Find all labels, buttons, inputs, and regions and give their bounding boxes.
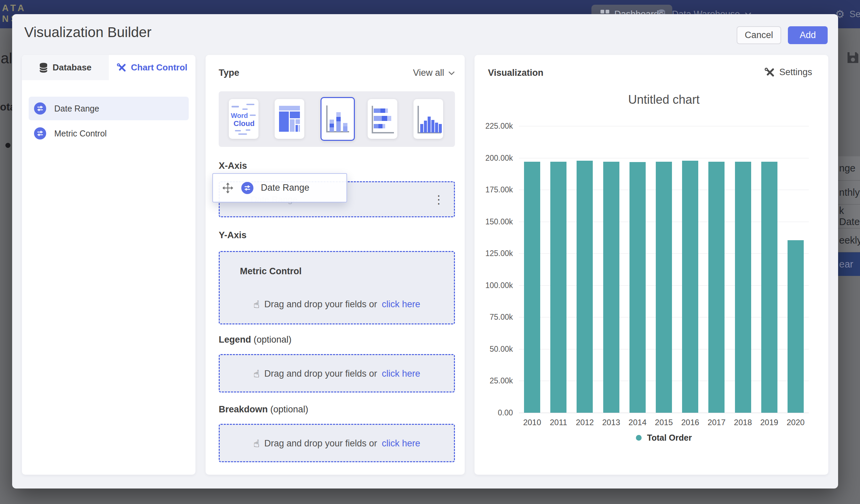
bar-2013[interactable] bbox=[603, 162, 619, 413]
tap-hand-icon: ☝ bbox=[254, 438, 259, 449]
y-axis-tick-label: 100.00k bbox=[485, 280, 513, 290]
chart-legend: Total Order bbox=[519, 433, 809, 443]
type-heading: Type bbox=[219, 68, 239, 78]
click-here-link[interactable]: click here bbox=[382, 299, 420, 309]
breakdown-heading: Breakdown (optional) bbox=[219, 404, 309, 415]
kebab-menu-icon[interactable]: ⋮ bbox=[433, 194, 444, 205]
bar-2015[interactable] bbox=[656, 162, 672, 413]
x-axis-dropzone[interactable]: Date Range ⋮ Date Range bbox=[219, 181, 455, 217]
type-card-histogram[interactable] bbox=[414, 99, 443, 139]
breakdown-dropzone[interactable]: ☝ Drag and drop your fields or click her… bbox=[219, 424, 455, 462]
bar-2019[interactable] bbox=[761, 162, 777, 413]
control-icon bbox=[34, 102, 46, 115]
nav-settings-label: Settings bbox=[849, 9, 860, 19]
move-icon bbox=[222, 182, 234, 194]
view-all-label: View all bbox=[413, 68, 444, 78]
brand-line1: ATA bbox=[2, 3, 51, 13]
dragged-field-date-range[interactable]: Date Range bbox=[212, 173, 347, 202]
chart-title: Untitled chart bbox=[519, 93, 809, 107]
visualization-builder-modal: Visualization Builder Cancel Add Databas… bbox=[12, 14, 838, 489]
y-axis-tick-label: 50.00k bbox=[490, 344, 513, 354]
click-here-link[interactable]: click here bbox=[382, 369, 420, 379]
y-axis-tick-label: 0.00 bbox=[498, 408, 513, 417]
field-item-metric-control[interactable]: Metric Control bbox=[29, 121, 189, 145]
y-axis-tick-label: 25.00k bbox=[490, 376, 513, 385]
fields-panel: Database Chart Control Date bbox=[22, 55, 196, 475]
field-item-label: Metric Control bbox=[54, 129, 107, 139]
drop-hint: ☝ Drag and drop your fields or click her… bbox=[220, 368, 454, 380]
dragged-field-label: Date Range bbox=[261, 183, 309, 193]
tab-database-label: Database bbox=[53, 62, 92, 73]
bar-2011[interactable] bbox=[550, 162, 567, 413]
y-axis-tick-label: 150.00k bbox=[485, 217, 513, 226]
type-card-word-cloud[interactable]: Word Cloud bbox=[229, 99, 258, 139]
background-bullet bbox=[5, 143, 11, 148]
tap-hand-icon: ☝ bbox=[254, 368, 259, 380]
bar-2012[interactable] bbox=[577, 161, 593, 413]
chart-settings-button[interactable]: Settings bbox=[764, 67, 812, 77]
legend-marker bbox=[636, 435, 642, 441]
legend-heading: Legend (optional) bbox=[219, 334, 291, 345]
visualization-panel: Visualization Settings Untitled chart 22… bbox=[474, 55, 828, 475]
tap-hand-icon: ☝ bbox=[254, 299, 259, 310]
x-axis-tick-label: 2016 bbox=[677, 418, 703, 427]
drop-hint: ☝ Drag and drop your fields or click her… bbox=[220, 438, 454, 449]
nav-settings[interactable]: ⚙ Settings bbox=[835, 5, 860, 24]
y-axis-dropzone[interactable]: Metric Control ☝ Drag and drop your fiel… bbox=[219, 251, 455, 325]
tab-database[interactable]: Database bbox=[22, 55, 109, 80]
tools-icon bbox=[764, 67, 774, 77]
type-card-treemap[interactable] bbox=[275, 99, 304, 139]
y-axis-tick-label: 200.00k bbox=[485, 153, 513, 162]
view-all-dropdown[interactable]: View all bbox=[413, 68, 455, 78]
gridline bbox=[519, 158, 809, 158]
bar-2017[interactable] bbox=[708, 162, 725, 413]
tools-icon bbox=[117, 63, 126, 72]
bar-2016[interactable] bbox=[682, 161, 698, 413]
bar-2010[interactable] bbox=[524, 162, 540, 413]
bar-2014[interactable] bbox=[630, 162, 646, 413]
builder-panel: Type View all Word Cloud bbox=[205, 55, 465, 475]
x-axis-heading: X-Axis bbox=[219, 161, 247, 171]
drop-hint-text: Drag and drop your fields or bbox=[264, 299, 377, 309]
legend-label: Total Order bbox=[647, 433, 692, 443]
type-card-stacked-bar[interactable] bbox=[368, 99, 397, 139]
bar-chart-plot: 225.00k200.00k175.00k150.00k125.00k100.0… bbox=[519, 126, 809, 413]
chevron-down-icon bbox=[448, 71, 455, 75]
type-card-stacked-column[interactable] bbox=[320, 97, 355, 141]
x-axis-tick-label: 2011 bbox=[545, 418, 572, 427]
field-item-label: Date Range bbox=[54, 104, 99, 114]
y-axis-tick-label: 175.00k bbox=[485, 185, 513, 195]
database-icon bbox=[39, 63, 48, 73]
bar-2018[interactable] bbox=[735, 162, 751, 413]
fields-tabs: Database Chart Control bbox=[22, 55, 196, 80]
x-axis-tick-label: 2020 bbox=[783, 418, 809, 427]
chart-type-strip: Word Cloud bbox=[219, 91, 455, 147]
click-here-link[interactable]: click here bbox=[382, 438, 420, 449]
drop-hint-text: Drag and drop your fields or bbox=[264, 369, 377, 379]
x-axis-tick-label: 2019 bbox=[756, 418, 783, 427]
control-icon bbox=[241, 182, 254, 194]
bar-2020[interactable] bbox=[788, 240, 804, 413]
add-button[interactable]: Add bbox=[788, 26, 828, 44]
field-item-date-range[interactable]: Date Range bbox=[29, 97, 189, 120]
y-axis-tick-label: 125.00k bbox=[485, 249, 513, 258]
cancel-button[interactable]: Cancel bbox=[737, 26, 781, 44]
x-axis-tick-label: 2017 bbox=[703, 418, 730, 427]
gridline bbox=[519, 413, 809, 413]
control-icon bbox=[34, 127, 46, 140]
y-axis-heading: Y-Axis bbox=[219, 230, 247, 241]
word-cloud-word: Word bbox=[231, 112, 248, 119]
drop-hint-text: Drag and drop your fields or bbox=[264, 438, 377, 449]
save-icon[interactable] bbox=[846, 51, 860, 65]
tab-chart-control[interactable]: Chart Control bbox=[109, 55, 196, 80]
y-axis-group-label: Metric Control bbox=[240, 266, 302, 277]
visualization-heading: Visualization bbox=[488, 68, 544, 78]
word-cloud-word: Cloud bbox=[233, 119, 255, 128]
background-text-fragment: al bbox=[1, 50, 12, 67]
legend-dropzone[interactable]: ☝ Drag and drop your fields or click her… bbox=[219, 354, 455, 392]
x-axis-tick-label: 2012 bbox=[572, 418, 598, 427]
modal-title: Visualization Builder bbox=[24, 24, 151, 40]
y-axis-tick-label: 225.00k bbox=[485, 121, 513, 131]
x-axis-tick-label: 2013 bbox=[598, 418, 625, 427]
drop-hint: ☝ Drag and drop your fields or click her… bbox=[220, 299, 454, 310]
